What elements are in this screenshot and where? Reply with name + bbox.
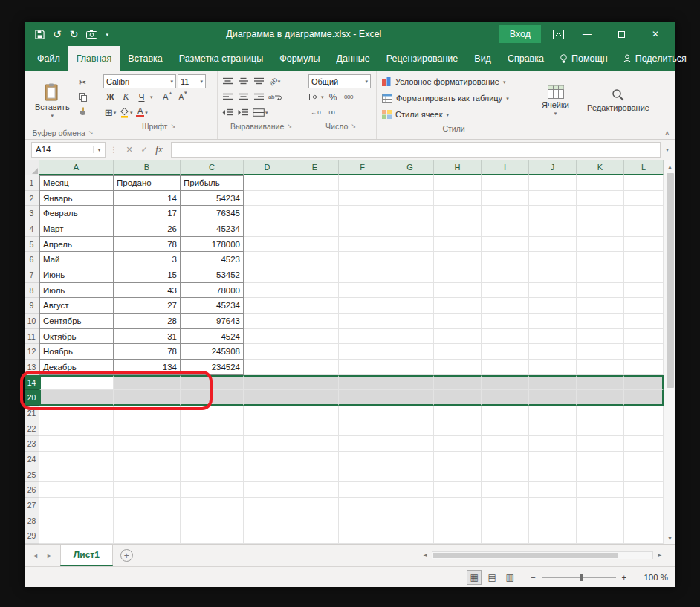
cell-F5[interactable]: [339, 237, 386, 253]
cell-G11[interactable]: [386, 329, 434, 345]
cell-G13[interactable]: [386, 360, 434, 375]
cell-E12[interactable]: [291, 344, 339, 360]
cell-E13[interactable]: [291, 360, 339, 375]
cell-B24[interactable]: [114, 452, 181, 467]
cell-D24[interactable]: [244, 452, 291, 467]
cell-E20[interactable]: [291, 390, 339, 406]
cell-B10[interactable]: 28: [114, 314, 181, 329]
cell-L25[interactable]: [624, 467, 664, 483]
underline-button[interactable]: Ч: [135, 90, 149, 104]
cell-J12[interactable]: [529, 344, 577, 360]
cell-E6[interactable]: [291, 252, 339, 267]
cell-G29[interactable]: [386, 528, 434, 544]
row-header-24[interactable]: 24: [25, 452, 39, 467]
zoom-slider-thumb[interactable]: [580, 574, 583, 581]
cell-D2[interactable]: [244, 191, 291, 207]
cell-E7[interactable]: [291, 267, 339, 283]
row-header-8[interactable]: 8: [25, 283, 39, 299]
cell-G2[interactable]: [386, 191, 434, 207]
sign-in-button[interactable]: Вход: [499, 25, 541, 43]
cell-D9[interactable]: [244, 298, 291, 314]
cell-L26[interactable]: [624, 482, 664, 498]
cell-J7[interactable]: [529, 267, 577, 283]
cell-B22[interactable]: [114, 421, 181, 437]
cell-D10[interactable]: [244, 314, 291, 329]
cell-I8[interactable]: [482, 283, 529, 299]
cell-J27[interactable]: [529, 498, 577, 513]
cell-B9[interactable]: 27: [114, 298, 181, 314]
cell-B23[interactable]: [114, 436, 181, 452]
cell-I12[interactable]: [482, 344, 529, 360]
cell-C6[interactable]: 4523: [181, 252, 244, 267]
cell-G28[interactable]: [386, 513, 434, 529]
cell-A1[interactable]: Месяц: [39, 175, 114, 191]
camera-icon[interactable]: [86, 30, 97, 39]
row-header-22[interactable]: 22: [25, 421, 39, 437]
font-name-select[interactable]: Calibri ▾: [103, 74, 176, 88]
cell-G20[interactable]: [386, 390, 434, 406]
cell-F22[interactable]: [339, 421, 386, 437]
name-box[interactable]: A14 ▾: [31, 142, 106, 158]
cell-E25[interactable]: [291, 467, 339, 483]
cell-A11[interactable]: Октябрь: [39, 329, 114, 345]
cell-I1[interactable]: [482, 175, 529, 191]
cell-H24[interactable]: [434, 452, 482, 467]
row-header-28[interactable]: 28: [25, 513, 39, 529]
cell-B27[interactable]: [114, 498, 181, 513]
cell-A14[interactable]: [39, 375, 114, 391]
cell-J14[interactable]: [529, 375, 577, 391]
cell-F25[interactable]: [339, 467, 386, 483]
cell-K24[interactable]: [577, 452, 624, 467]
cell-A21[interactable]: [39, 406, 114, 421]
row-header-27[interactable]: 27: [25, 498, 39, 513]
cell-K21[interactable]: [577, 406, 624, 421]
cell-K28[interactable]: [577, 513, 624, 529]
cell-B6[interactable]: 3: [114, 252, 181, 267]
cell-E24[interactable]: [291, 452, 339, 467]
select-all-corner[interactable]: [25, 160, 39, 175]
cell-J6[interactable]: [529, 252, 577, 267]
cell-H26[interactable]: [434, 482, 482, 498]
horizontal-scrollbar[interactable]: ◄ ►: [420, 545, 665, 566]
cell-G8[interactable]: [386, 283, 434, 299]
cell-I22[interactable]: [482, 421, 529, 437]
cell-E1[interactable]: [291, 175, 339, 191]
cell-G21[interactable]: [386, 406, 434, 421]
cell-B21[interactable]: [114, 406, 181, 421]
cell-L24[interactable]: [624, 452, 664, 467]
cell-F3[interactable]: [339, 206, 386, 221]
tab-page-layout[interactable]: Разметка страницы: [171, 46, 271, 71]
cell-K25[interactable]: [577, 467, 624, 483]
cell-B3[interactable]: 17: [114, 206, 181, 221]
column-header-K[interactable]: K: [577, 160, 624, 175]
cell-L14[interactable]: [624, 375, 664, 391]
cell-J25[interactable]: [529, 467, 577, 483]
row-header-13[interactable]: 13: [25, 360, 39, 375]
cell-B8[interactable]: 43: [114, 283, 181, 299]
cell-D14[interactable]: [244, 375, 291, 391]
cell-I26[interactable]: [482, 482, 529, 498]
cell-H3[interactable]: [434, 206, 482, 221]
cell-L1[interactable]: [624, 175, 664, 191]
cell-G6[interactable]: [386, 252, 434, 267]
align-right-icon[interactable]: [252, 90, 266, 104]
cell-B13[interactable]: 134: [114, 360, 181, 375]
cell-G1[interactable]: [386, 175, 434, 191]
tab-review[interactable]: Рецензирование: [378, 46, 467, 71]
cell-D7[interactable]: [244, 267, 291, 283]
cell-L22[interactable]: [624, 421, 664, 437]
borders-button[interactable]: ⊞▾: [103, 106, 117, 120]
row-header-12[interactable]: 12: [25, 344, 39, 360]
cell-A3[interactable]: Февраль: [39, 206, 114, 221]
cell-L12[interactable]: [624, 344, 664, 360]
cell-C11[interactable]: 4524: [181, 329, 244, 345]
cell-F24[interactable]: [339, 452, 386, 467]
close-button[interactable]: ✕: [644, 25, 667, 43]
cell-I13[interactable]: [482, 360, 529, 375]
cell-D1[interactable]: [244, 175, 291, 191]
cell-A20[interactable]: [39, 390, 114, 406]
cell-B28[interactable]: [114, 513, 181, 529]
cell-L21[interactable]: [624, 406, 664, 421]
tab-help[interactable]: Справка: [499, 46, 552, 71]
cell-C27[interactable]: [181, 498, 244, 513]
